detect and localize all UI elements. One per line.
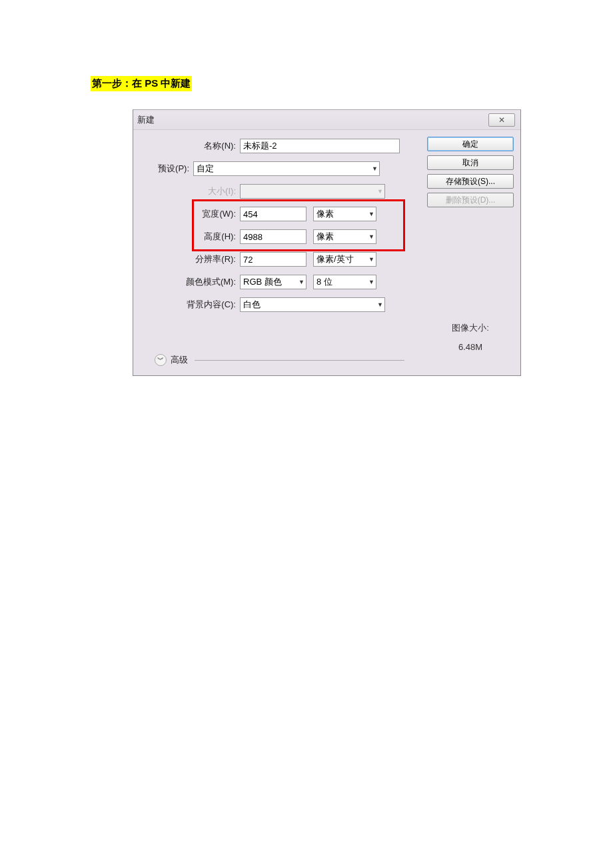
size-label: 大小(I): bbox=[140, 185, 240, 197]
button-column: 确定 取消 存储预设(S)... 删除预设(D)... 图像大小: 6.48M bbox=[427, 137, 514, 352]
advanced-label: 高级 bbox=[171, 354, 188, 366]
width-unit-value: 像素 bbox=[316, 208, 334, 220]
bg-content-select[interactable]: 白色 ▼ bbox=[240, 297, 385, 312]
chevron-down-icon: ▼ bbox=[377, 301, 383, 308]
advanced-section: ︾ 高级 bbox=[155, 354, 404, 366]
preset-label: 预设(P): bbox=[113, 163, 193, 175]
image-size-label: 图像大小: bbox=[427, 322, 514, 334]
new-document-dialog: 新建 ✕ 名称(N): 预设(P): 自定 ▼ 大小(I): ▼ bbox=[133, 109, 521, 376]
height-row: 高度(H): 像素 ▼ bbox=[140, 227, 412, 246]
dialog-body: 名称(N): 预设(P): 自定 ▼ 大小(I): ▼ 宽度(W): bbox=[133, 130, 520, 375]
resolution-row: 分辨率(R): 像素/英寸 ▼ bbox=[140, 250, 412, 269]
instruction-text: 第一步：在 PS 中新建 bbox=[91, 76, 192, 91]
preset-value: 自定 bbox=[197, 163, 214, 175]
advanced-toggle[interactable]: ︾ bbox=[155, 354, 167, 366]
bit-depth-select[interactable]: 8 位 ▼ bbox=[313, 275, 376, 289]
form-left-column: 名称(N): 预设(P): 自定 ▼ 大小(I): ▼ 宽度(W): bbox=[140, 137, 412, 318]
close-icon: ✕ bbox=[498, 115, 505, 125]
color-mode-select[interactable]: RGB 颜色 ▼ bbox=[240, 275, 306, 289]
color-mode-value: RGB 颜色 bbox=[243, 276, 282, 288]
chevron-down-icon: ▼ bbox=[299, 279, 305, 285]
dialog-titlebar: 新建 ✕ bbox=[133, 110, 520, 130]
resolution-unit-value: 像素/英寸 bbox=[316, 253, 354, 265]
bg-content-value: 白色 bbox=[243, 299, 261, 311]
chevron-down-icon: ▼ bbox=[368, 279, 374, 285]
bg-content-label: 背景内容(C): bbox=[140, 299, 240, 311]
width-row: 宽度(W): 像素 ▼ bbox=[140, 205, 412, 223]
preset-row: 预设(P): 自定 ▼ bbox=[113, 159, 412, 178]
name-row: 名称(N): bbox=[140, 137, 412, 155]
height-label: 高度(H): bbox=[140, 231, 240, 243]
width-unit-select[interactable]: 像素 ▼ bbox=[313, 207, 376, 221]
resolution-input[interactable] bbox=[240, 252, 306, 267]
chevron-down-icon: ▼ bbox=[368, 256, 374, 263]
width-input[interactable] bbox=[240, 207, 306, 221]
cancel-button[interactable]: 取消 bbox=[427, 155, 514, 170]
size-row: 大小(I): ▼ bbox=[140, 182, 412, 201]
width-label: 宽度(W): bbox=[140, 208, 240, 220]
height-unit-value: 像素 bbox=[316, 231, 334, 243]
save-preset-button[interactable]: 存储预设(S)... bbox=[427, 174, 514, 189]
color-mode-label: 颜色模式(M): bbox=[140, 276, 240, 288]
name-label: 名称(N): bbox=[140, 140, 240, 152]
name-input[interactable] bbox=[240, 139, 400, 153]
delete-preset-button: 删除预设(D)... bbox=[427, 193, 514, 207]
dialog-title: 新建 bbox=[137, 114, 155, 126]
resolution-unit-select[interactable]: 像素/英寸 ▼ bbox=[313, 252, 376, 267]
color-mode-row: 颜色模式(M): RGB 颜色 ▼ 8 位 ▼ bbox=[140, 273, 412, 291]
resolution-label: 分辨率(R): bbox=[140, 253, 240, 265]
close-button[interactable]: ✕ bbox=[488, 113, 515, 127]
chevron-down-icon: ▼ bbox=[368, 233, 374, 240]
height-unit-select[interactable]: 像素 ▼ bbox=[313, 229, 376, 244]
image-size-value: 6.48M bbox=[427, 342, 514, 352]
preset-select[interactable]: 自定 ▼ bbox=[193, 161, 380, 176]
chevron-down-icon: ▼ bbox=[377, 188, 383, 195]
chevron-down-icon: ▼ bbox=[372, 165, 378, 172]
bit-depth-value: 8 位 bbox=[316, 276, 332, 288]
bg-content-row: 背景内容(C): 白色 ▼ bbox=[140, 295, 412, 314]
chevron-double-down-icon: ︾ bbox=[157, 357, 164, 363]
divider-line bbox=[195, 360, 404, 361]
chevron-down-icon: ▼ bbox=[368, 211, 374, 217]
ok-button[interactable]: 确定 bbox=[427, 137, 514, 151]
height-input[interactable] bbox=[240, 229, 306, 244]
size-select: ▼ bbox=[240, 184, 385, 199]
